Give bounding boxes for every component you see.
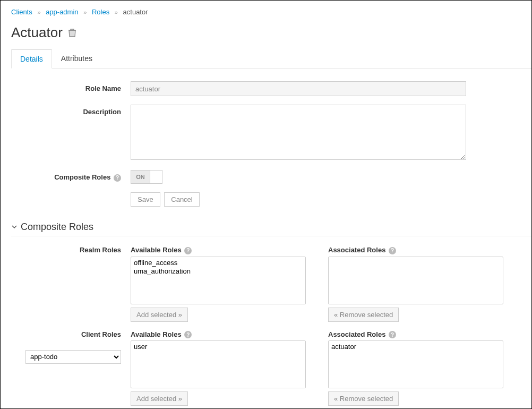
page-title-text: Actuator [11,24,63,41]
client-roles-label: Client Roles [81,330,121,338]
realm-add-selected-button[interactable]: Add selected » [131,308,188,322]
breadcrumb-link-clients[interactable]: Clients [11,8,32,16]
client-select[interactable]: app-todo [25,350,121,364]
client-remove-selected-button[interactable]: « Remove selected [328,391,399,406]
save-button[interactable]: Save [131,192,160,207]
composite-section-title: Composite Roles [21,221,93,233]
description-input[interactable] [131,105,466,160]
composite-roles-label-text: Composite Roles [54,173,110,181]
help-icon[interactable]: ? [114,174,121,182]
breadcrumb-link-client[interactable]: app-admin [46,8,78,16]
delete-role-icon[interactable] [68,24,76,41]
role-name-label: Role Name [11,81,131,96]
page-title: Actuator [11,24,521,41]
role-name-input[interactable] [131,81,466,96]
tabs: Details Attributes [11,48,531,69]
realm-associated-list[interactable] [328,257,503,304]
breadcrumb-sep: » [115,9,118,15]
tab-attributes[interactable]: Attributes [52,49,101,69]
client-available-label: Available Roles ? [131,330,306,339]
toggle-on-label: ON [131,171,150,183]
breadcrumb-sep: » [37,9,40,15]
toggle-knob [150,171,162,183]
client-associated-label: Associated Roles ? [328,330,503,339]
composite-section-header[interactable]: Composite Roles [11,221,521,233]
breadcrumb-current: actuator [123,8,148,16]
chevron-down-icon [11,223,18,232]
realm-available-label: Available Roles ? [131,246,306,254]
description-label: Description [11,105,131,161]
composite-roles-toggle[interactable]: ON [131,170,162,184]
help-icon[interactable]: ? [389,247,396,254]
realm-associated-label: Associated Roles ? [328,246,503,254]
help-icon[interactable]: ? [184,247,192,254]
composite-roles-label: Composite Roles ? [11,170,131,184]
help-icon[interactable]: ? [389,331,396,338]
cancel-button[interactable]: Cancel [164,192,199,207]
breadcrumb: Clients » app-admin » Roles » actuator [11,8,521,16]
tab-details[interactable]: Details [11,49,52,69]
breadcrumb-sep: » [83,9,87,15]
realm-remove-selected-button[interactable]: « Remove selected [328,308,399,322]
client-available-list[interactable]: user [131,340,306,388]
help-icon[interactable]: ? [184,331,192,338]
breadcrumb-link-roles[interactable]: Roles [92,8,109,16]
client-add-selected-button[interactable]: Add selected » [131,391,188,406]
realm-available-list[interactable]: offline_accessuma_authorization [131,257,306,304]
client-associated-list[interactable]: actuator [328,340,503,388]
realm-roles-label: Realm Roles [11,246,131,322]
